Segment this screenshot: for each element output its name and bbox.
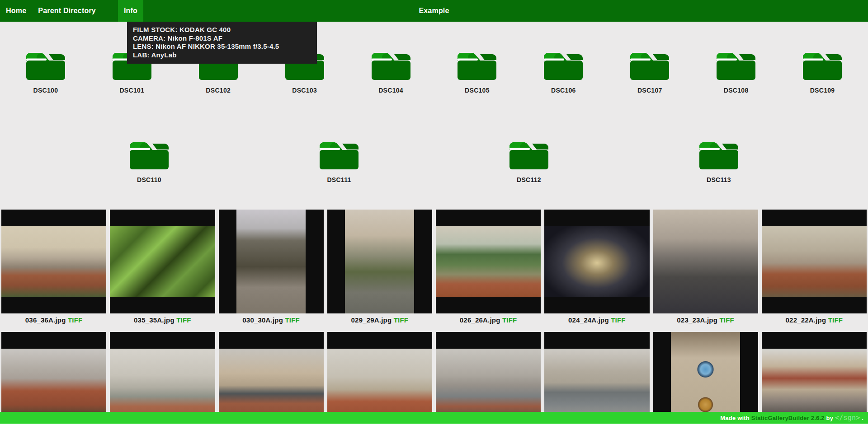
photo-thumbnail bbox=[653, 210, 758, 313]
photo-thumbnail-link[interactable] bbox=[219, 210, 324, 313]
photo-thumbnail bbox=[236, 210, 306, 313]
folder-icon bbox=[316, 135, 362, 172]
folder-item-dsc112[interactable]: DSC112 bbox=[488, 135, 570, 183]
photo-thumbnail-link[interactable] bbox=[1, 332, 106, 425]
folder-item-dsc113[interactable]: DSC113 bbox=[678, 135, 760, 183]
photo-filename-link[interactable]: 036_36A.jpg bbox=[25, 316, 66, 324]
photo-cell-029_29A: 029_29A.jpg TIFF bbox=[327, 210, 432, 332]
nav-item-home[interactable]: Home bbox=[0, 0, 32, 22]
photo-thumbnail-link[interactable] bbox=[327, 210, 432, 313]
info-tooltip-line: CAMERA: Nikon F-801S AF bbox=[133, 34, 311, 43]
photo-filename-link[interactable]: 024_24A.jpg bbox=[568, 316, 609, 324]
photo-thumbnail-link[interactable] bbox=[653, 210, 758, 313]
photo-filename-link[interactable]: 022_22A.jpg bbox=[786, 316, 826, 324]
photo-thumbnail bbox=[1, 349, 106, 419]
photo-label: 022_22A.jpg TIFF bbox=[762, 316, 867, 324]
folder-label: DSC108 bbox=[724, 87, 749, 94]
folder-icon bbox=[23, 46, 68, 82]
folder-label: DSC103 bbox=[292, 87, 317, 94]
photo-cell bbox=[219, 332, 324, 425]
folder-item-dsc107[interactable]: DSC107 bbox=[609, 46, 690, 94]
folder-icon bbox=[127, 135, 172, 172]
photo-label: 036_36A.jpg TIFF bbox=[1, 316, 106, 324]
photo-label: 035_35A.jpg TIFF bbox=[110, 316, 215, 324]
folder-icon bbox=[713, 46, 759, 82]
folder-item-dsc111[interactable]: DSC111 bbox=[298, 135, 380, 183]
photo-cell bbox=[327, 332, 432, 425]
nav-item-label: Parent Directory bbox=[38, 7, 96, 15]
photo-cell-036_36A: 036_36A.jpg TIFF bbox=[1, 210, 106, 332]
info-tooltip: FILM STOCK: KODAK GC 400CAMERA: Nikon F-… bbox=[127, 22, 317, 64]
folder-item-dsc108[interactable]: DSC108 bbox=[695, 46, 777, 94]
photo-filename-link[interactable]: 030_30A.jpg bbox=[242, 316, 283, 324]
folder-label: DSC106 bbox=[551, 87, 576, 94]
folder-label: DSC102 bbox=[206, 87, 231, 94]
nav-item-parent-directory[interactable]: Parent Directory bbox=[32, 0, 102, 22]
photo-thumbnail bbox=[1, 226, 106, 297]
photo-thumbnail-link[interactable] bbox=[1, 210, 106, 313]
photo-cell-024_24A: 024_24A.jpg TIFF bbox=[544, 210, 649, 332]
photo-tiff-link[interactable]: TIFF bbox=[502, 316, 517, 324]
folder-label: DSC111 bbox=[327, 176, 351, 183]
photo-thumbnail-link[interactable] bbox=[327, 332, 432, 425]
photo-thumbnail-link[interactable] bbox=[219, 332, 324, 425]
gallery-title: Example bbox=[419, 0, 449, 22]
photo-tiff-link[interactable]: TIFF bbox=[176, 316, 191, 324]
folder-item-dsc110[interactable]: DSC110 bbox=[108, 135, 190, 183]
folder-label: DSC112 bbox=[517, 176, 541, 183]
photo-thumbnail-link[interactable] bbox=[544, 332, 649, 425]
photo-thumbnail-link[interactable] bbox=[653, 332, 758, 425]
photo-tiff-link[interactable]: TIFF bbox=[68, 316, 82, 324]
photo-thumbnail bbox=[762, 349, 867, 419]
photo-cell-026_26A: 026_26A.jpg TIFF bbox=[436, 210, 541, 332]
photo-thumbnail bbox=[110, 349, 215, 419]
folder-label: DSC105 bbox=[465, 87, 490, 94]
folder-item-dsc109[interactable]: DSC109 bbox=[782, 46, 863, 94]
photo-thumbnail bbox=[219, 349, 324, 419]
folder-item-dsc104[interactable]: DSC104 bbox=[350, 46, 432, 94]
folder-label: DSC104 bbox=[378, 87, 403, 94]
photo-cell bbox=[762, 332, 867, 425]
photo-cell-035_35A: 035_35A.jpg TIFF bbox=[110, 210, 215, 332]
folder-label: DSC100 bbox=[33, 87, 58, 94]
folder-item-dsc105[interactable]: DSC105 bbox=[436, 46, 518, 94]
photo-tiff-link[interactable]: TIFF bbox=[611, 316, 625, 324]
folder-icon bbox=[541, 46, 586, 82]
photo-grid: 036_36A.jpg TIFF 035_35A.jpg TIFF 030_30… bbox=[0, 210, 868, 425]
photo-thumbnail-link[interactable] bbox=[436, 210, 541, 313]
photo-label: 030_30A.jpg TIFF bbox=[219, 316, 324, 324]
folder-icon bbox=[800, 46, 845, 82]
folder-icon bbox=[454, 46, 500, 82]
photo-filename-link[interactable]: 026_26A.jpg bbox=[460, 316, 500, 324]
nav-item-info[interactable]: Info bbox=[118, 0, 143, 22]
folder-item-dsc100[interactable]: DSC100 bbox=[5, 46, 86, 94]
photo-thumbnail-link[interactable] bbox=[110, 332, 215, 425]
photo-tiff-link[interactable]: TIFF bbox=[719, 316, 734, 324]
navbar: Home Parent Directory Info Example bbox=[0, 0, 868, 22]
photo-thumbnail-link[interactable] bbox=[544, 210, 649, 313]
photo-cell-023_23A: 023_23A.jpg TIFF bbox=[653, 210, 758, 332]
photo-filename-link[interactable]: 023_23A.jpg bbox=[677, 316, 717, 324]
builder-link[interactable]: StaticGalleryBuilder 2.6.2 bbox=[751, 415, 825, 421]
folder-label: DSC109 bbox=[810, 87, 835, 94]
info-tooltip-line: LAB: AnyLab bbox=[133, 51, 311, 60]
photo-thumbnail-link[interactable] bbox=[762, 332, 867, 425]
photo-tiff-link[interactable]: TIFF bbox=[285, 316, 299, 324]
photo-thumbnail-link[interactable] bbox=[762, 210, 867, 313]
folder-item-dsc106[interactable]: DSC106 bbox=[523, 46, 604, 94]
folder-icon bbox=[506, 135, 552, 172]
photo-cell-022_22A: 022_22A.jpg TIFF bbox=[762, 210, 867, 332]
photo-tiff-link[interactable]: TIFF bbox=[394, 316, 408, 324]
photo-thumbnail-link[interactable] bbox=[110, 210, 215, 313]
photo-thumbnail-link[interactable] bbox=[436, 332, 541, 425]
photo-filename-link[interactable]: 035_35A.jpg bbox=[134, 316, 175, 324]
info-tooltip-line: LENS: Nikon AF NIKKOR 35-135mm f/3.5-4.5 bbox=[133, 42, 311, 51]
footer-bar: Made with StaticGalleryBuilder 2.6.2 by … bbox=[0, 412, 868, 424]
signature-link[interactable]: </sgn> bbox=[835, 414, 860, 422]
photo-filename-link[interactable]: 029_29A.jpg bbox=[351, 316, 392, 324]
nav-item-label: Home bbox=[6, 7, 26, 15]
photo-cell-030_30A: 030_30A.jpg TIFF bbox=[219, 210, 324, 332]
photo-cell bbox=[110, 332, 215, 425]
info-tooltip-line: FILM STOCK: KODAK GC 400 bbox=[133, 26, 311, 34]
photo-tiff-link[interactable]: TIFF bbox=[828, 316, 843, 324]
